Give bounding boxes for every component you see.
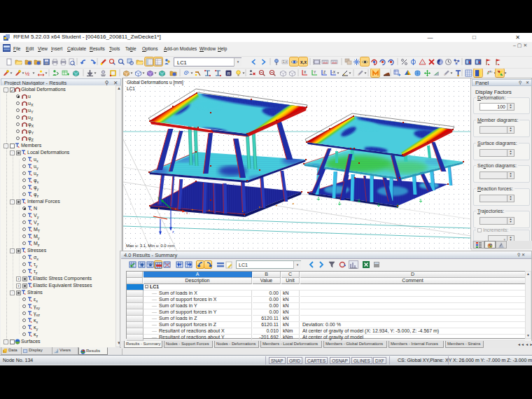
svg-text:-X: -X [332, 70, 336, 74]
svg-text:½: ½ [25, 71, 30, 77]
svg-text:Z: Z [323, 70, 326, 74]
svg-text:σ: σ [439, 60, 442, 64]
svg-text:R: R [227, 71, 231, 76]
svg-text:Y: Y [314, 70, 316, 74]
svg-text:1,x: 1,x [283, 60, 288, 64]
svg-text:x,x: x,x [300, 59, 307, 65]
svg-text:X: X [304, 70, 307, 74]
